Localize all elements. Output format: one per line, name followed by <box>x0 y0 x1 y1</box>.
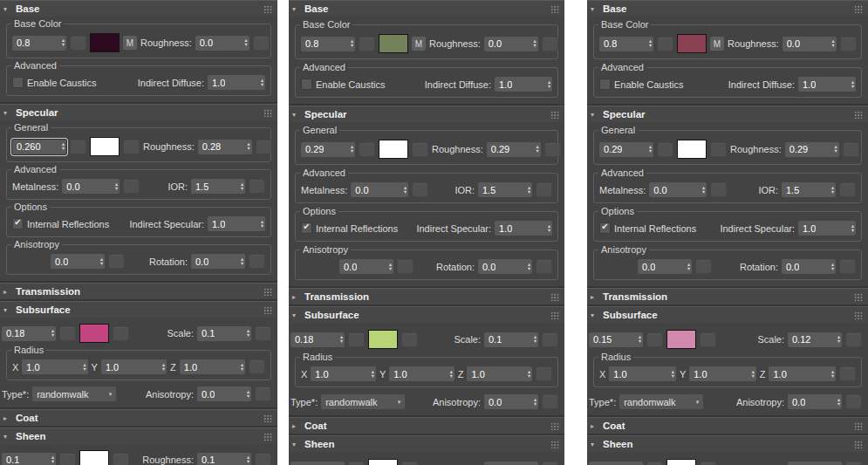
spinner-arrows-icon[interactable] <box>338 335 343 343</box>
map-slot-button[interactable] <box>70 140 86 154</box>
anisotropy-spinner[interactable]: 0.0 <box>51 254 105 269</box>
specular-roughness-spinner[interactable]: 0.28 <box>198 140 252 154</box>
sss-type-dropdown[interactable]: randomwalk <box>32 386 116 401</box>
spinner-arrows-icon[interactable] <box>161 363 165 371</box>
rollout-header-specular[interactable]: Specular <box>0 104 277 120</box>
map-slot-button[interactable] <box>839 182 856 197</box>
spinner-arrows-icon[interactable] <box>245 455 249 463</box>
map-slot-button[interactable] <box>123 140 140 154</box>
spinner-arrows-icon[interactable] <box>836 335 840 343</box>
sss-type-dropdown[interactable]: randomwalk <box>321 394 405 409</box>
spinner-arrows-icon[interactable] <box>245 329 249 337</box>
rotation-spinner[interactable]: 0.0 <box>782 259 836 274</box>
drag-grip-icon[interactable] <box>854 5 864 13</box>
map-slot-button[interactable] <box>536 366 552 381</box>
map-slot-button[interactable] <box>401 332 418 347</box>
radius-z-spinner[interactable]: 1.0 <box>769 366 836 381</box>
spinner-arrows-icon[interactable] <box>245 390 249 398</box>
scale-spinner[interactable]: 0.12 <box>788 332 842 347</box>
rotation-spinner[interactable]: 0.0 <box>478 259 532 274</box>
radius-z-spinner[interactable]: 1.0 <box>180 359 245 374</box>
enable-caustics-checkbox[interactable] <box>12 77 24 88</box>
drag-grip-icon[interactable] <box>854 111 864 119</box>
map-slot-button[interactable] <box>108 254 125 269</box>
rollout-header-subsurface[interactable]: Subsurface <box>0 301 277 318</box>
spinner-arrows-icon[interactable] <box>833 145 837 153</box>
spinner-arrows-icon[interactable] <box>239 257 243 265</box>
drag-grip-icon[interactable] <box>550 441 560 448</box>
subsurface-color-swatch[interactable] <box>368 330 398 349</box>
radius-y-spinner[interactable]: 1.0 <box>389 366 455 381</box>
rollout-header-subsurface[interactable]: Subsurface <box>587 306 868 323</box>
drag-grip-icon[interactable] <box>263 109 273 117</box>
map-slot-button[interactable] <box>412 182 428 197</box>
base-color-swatch[interactable] <box>90 33 120 52</box>
map-slot-button[interactable] <box>123 179 140 194</box>
map-slot-button[interactable] <box>646 332 663 347</box>
sheen-roughness-spinner[interactable]: 0.1 <box>197 453 251 465</box>
specular-roughness-spinner[interactable]: 0.29 <box>487 142 541 157</box>
metalness-spinner[interactable]: 0.0 <box>649 182 707 197</box>
map-slot-button[interactable] <box>401 462 418 465</box>
spinner-arrows-icon[interactable] <box>259 79 263 86</box>
map-slot-button[interactable] <box>359 142 375 157</box>
radius-y-spinner[interactable]: 1.0 <box>689 366 756 381</box>
anisotropy-spinner[interactable]: 0.0 <box>638 259 692 274</box>
spinner-arrows-icon[interactable] <box>532 39 537 47</box>
map-slot-button[interactable] <box>59 326 76 341</box>
metalness-spinner[interactable]: 0.0 <box>62 179 120 194</box>
spinner-arrows-icon[interactable] <box>50 455 54 463</box>
specular-weight-spinner[interactable]: 0.29 <box>301 142 355 157</box>
spinner-arrows-icon[interactable] <box>546 80 550 88</box>
spinner-arrows-icon[interactable] <box>830 186 834 194</box>
rollout-header-specular[interactable]: Specular <box>289 106 564 122</box>
rollout-header-subsurface[interactable]: Subsurface <box>289 306 564 323</box>
rollout-header-base[interactable]: Base <box>289 0 564 17</box>
spinner-arrows-icon[interactable] <box>532 398 537 406</box>
anisotropy-spinner[interactable]: 0.0 <box>339 259 393 274</box>
base-weight-spinner[interactable]: 0.8 <box>301 37 355 51</box>
map-slot-button[interactable] <box>657 37 673 51</box>
map-slot-button[interactable] <box>113 326 129 341</box>
spinner-arrows-icon[interactable] <box>647 39 652 47</box>
spinner-arrows-icon[interactable] <box>836 398 840 406</box>
drag-grip-icon[interactable] <box>263 288 273 296</box>
spinner-arrows-icon[interactable] <box>239 182 243 190</box>
sheen-color-swatch[interactable] <box>368 459 398 465</box>
map-slot-button[interactable] <box>255 326 271 341</box>
sheen-weight-spinner[interactable]: 0.1 <box>2 453 56 465</box>
map-slot-button[interactable] <box>359 37 375 51</box>
rollout-header-sheen[interactable]: Sheen <box>587 435 868 452</box>
map-slot-button[interactable] <box>348 462 365 465</box>
base-weight-spinner[interactable]: 0.8 <box>12 36 66 51</box>
sss-anisotropy-spinner[interactable]: 0.0 <box>788 394 842 409</box>
drag-grip-icon[interactable] <box>854 311 864 319</box>
rollout-header-base[interactable]: Base <box>587 0 868 17</box>
radius-z-spinner[interactable]: 1.0 <box>467 366 532 381</box>
rollout-header-specular[interactable]: Specular <box>587 106 868 122</box>
spinner-arrows-icon[interactable] <box>546 224 550 232</box>
internal-reflections-checkbox[interactable] <box>301 222 312 234</box>
radius-x-spinner[interactable]: 1.0 <box>609 366 676 381</box>
map-slot-button[interactable] <box>542 37 558 51</box>
spinner-arrows-icon[interactable] <box>370 370 374 378</box>
sheen-color-swatch[interactable] <box>666 459 696 465</box>
indirect-diffuse-spinner[interactable]: 1.0 <box>798 77 856 92</box>
map-indicator-button[interactable]: M <box>412 37 426 51</box>
internal-reflections-checkbox[interactable] <box>12 218 24 229</box>
spinner-arrows-icon[interactable] <box>750 370 755 378</box>
spinner-arrows-icon[interactable] <box>349 145 353 153</box>
map-slot-button[interactable] <box>253 36 270 51</box>
spinner-arrows-icon[interactable] <box>259 220 263 228</box>
spinner-arrows-icon[interactable] <box>830 39 835 47</box>
drag-grip-icon[interactable] <box>263 306 273 314</box>
enable-caustics-checkbox[interactable] <box>301 79 312 90</box>
map-slot-button[interactable] <box>70 36 86 51</box>
spinner-arrows-icon[interactable] <box>532 335 537 343</box>
map-slot-button[interactable] <box>542 394 558 409</box>
drag-grip-icon[interactable] <box>854 422 864 430</box>
ior-spinner[interactable]: 1.5 <box>782 182 836 197</box>
map-slot-button[interactable] <box>536 182 552 197</box>
spinner-arrows-icon[interactable] <box>670 370 674 378</box>
base-roughness-spinner[interactable]: 0.0 <box>783 37 837 51</box>
